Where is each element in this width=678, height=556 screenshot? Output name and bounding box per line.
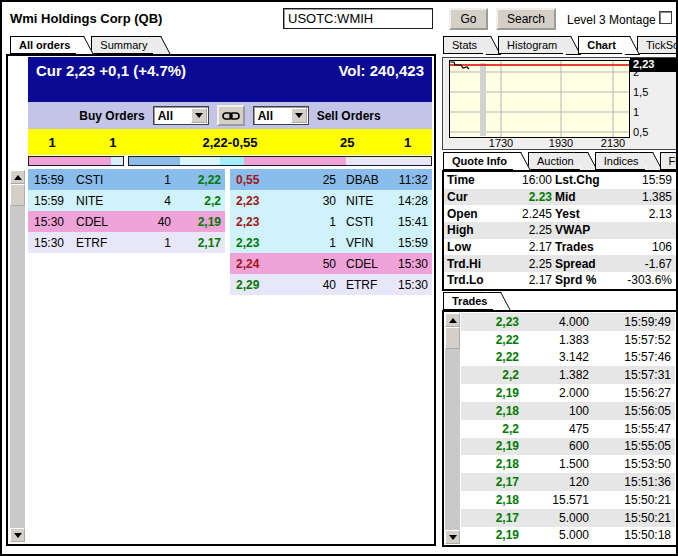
inside-spread: 2,22-0,55 — [149, 135, 311, 150]
scroll-down-icon[interactable] — [445, 530, 460, 544]
volume-bar — [480, 63, 486, 136]
level3-montage-checkbox[interactable] — [659, 11, 672, 24]
y-axis-tick: 0,5 — [633, 126, 673, 138]
tab-quote-info[interactable]: Quote Info — [443, 152, 513, 170]
sell-depth-strip — [128, 156, 432, 166]
quote-row: Trd.Hi2.25 Spread-1.67 — [444, 255, 676, 272]
quote-row: High2.25 VWAP — [444, 222, 676, 239]
tab-tickscope[interactable]: TickScope — [637, 36, 678, 54]
price-chart — [449, 60, 630, 138]
ask-row[interactable]: 2,29 40 ETRF 15:30 — [230, 274, 432, 295]
y-axis-tick: 1 — [633, 106, 673, 118]
montage-panel: Cur 2,23 +0,1 (+4.7%) Vol: 240,423 Buy O… — [6, 54, 436, 546]
ask-row[interactable]: 2,24 50 CDEL 15:30 — [230, 253, 432, 274]
buy-orders-label: Buy Orders — [79, 109, 144, 123]
ticker-input[interactable] — [283, 8, 433, 29]
quote-row: Trd.Lo2.17 Sprd %-303.6% — [444, 272, 676, 289]
security-title: Wmi Holdings Corp (QB) — [10, 11, 162, 26]
tab-stats[interactable]: Stats — [443, 36, 483, 54]
scroll-up-icon[interactable] — [10, 170, 25, 184]
ask-row[interactable]: 0,55 25 DBAB 11:32 — [230, 169, 432, 190]
search-button[interactable]: Search — [496, 8, 556, 30]
tab-chart[interactable]: Chart — [578, 36, 622, 54]
trade-row: 2,1810015:56:05 — [461, 402, 675, 420]
x-axis-tick: 2130 — [601, 137, 625, 149]
quote-info-panel: Time16:00 Lst.Chg15:59 Cur2.23 Mid1.385 … — [442, 170, 678, 291]
sell-total-size: 25 — [311, 135, 384, 150]
trade-row: 2,223.14215:57:46 — [461, 349, 675, 367]
orders-tabbar: All orders Summary — [10, 36, 168, 54]
trades-list: 2,234.00015:59:49 2,221.38315:57:52 2,22… — [461, 313, 675, 544]
y-axis-tick: 1,5 — [633, 86, 673, 98]
scrollbar-thumb[interactable] — [445, 327, 460, 349]
level3-montage-label: Level 3 Montage — [567, 13, 656, 27]
quote-row: Low2.17 Trades106 — [444, 239, 676, 256]
quote-tabbar: Quote Info Auction Indices Flow — [443, 152, 678, 170]
ask-book: 0,55 25 DBAB 11:32 2,23 30 NITE 14:28 2,… — [230, 169, 432, 295]
buy-order-count: 1 — [28, 135, 76, 150]
trade-row: 2,221.38315:57:52 — [461, 331, 675, 349]
tab-trades[interactable]: Trades — [443, 292, 493, 310]
tab-auction[interactable]: Auction — [528, 152, 580, 170]
ask-row[interactable]: 2,23 1 VFIN 15:59 — [230, 232, 432, 253]
dropdown-arrow-icon[interactable] — [291, 108, 307, 123]
quote-row: Open2.245 Yest2.13 — [444, 205, 676, 222]
scroll-up-icon[interactable] — [445, 313, 460, 327]
bid-row[interactable]: 15:30 ETRF 1 2,17 — [28, 232, 225, 253]
tab-histogram[interactable]: Histogram — [498, 36, 563, 54]
buy-orders-filter-select[interactable]: All — [153, 106, 209, 125]
trade-row: 2,181.50015:53:50 — [461, 455, 675, 473]
trade-row: 2,234.00015:59:49 — [461, 313, 675, 331]
order-filter-row: Buy Orders All All Sell Orders — [28, 102, 432, 129]
buy-depth-strip — [28, 156, 124, 166]
chain-link-icon — [222, 110, 240, 122]
montage-header: Cur 2,23 +0,1 (+4.7%) Vol: 240,423 — [28, 57, 432, 102]
quote-row: Time16:00 Lst.Chg15:59 — [444, 172, 676, 189]
y-axis-tick: 2 — [633, 66, 673, 78]
level2-montage-window: Wmi Holdings Corp (QB) Go Search Level 3… — [0, 0, 678, 556]
sell-orders-label: Sell Orders — [317, 109, 381, 123]
trade-row: 2,175.00015:50:21 — [461, 509, 675, 527]
analysis-tabbar: Stats Histogram Chart TickScope — [443, 36, 678, 54]
trades-scrollbar[interactable] — [445, 313, 460, 544]
totals-row: 1 1 2,22-0,55 25 1 — [28, 129, 432, 155]
volume-text: Vol: 240,423 — [338, 62, 424, 97]
quote-row: Cur2.23 Mid1.385 — [444, 189, 676, 206]
sell-orders-filter-select[interactable]: All — [253, 106, 309, 125]
bid-row[interactable]: 15:30 CDEL 40 2,19 — [28, 211, 225, 232]
tab-all-orders[interactable]: All orders — [10, 36, 76, 54]
trade-row: 2,21.38215:57:31 — [461, 366, 675, 384]
buy-total-size: 1 — [76, 135, 149, 150]
ask-row[interactable]: 2,23 30 NITE 14:28 — [230, 190, 432, 211]
trade-row: 2,192.00015:56:27 — [461, 384, 675, 402]
trade-row: 2,1712015:51:36 — [461, 473, 675, 491]
dropdown-arrow-icon[interactable] — [191, 108, 207, 123]
trade-row: 2,1815.57115:50:21 — [461, 491, 675, 509]
trade-row: 2,1960015:55:05 — [461, 438, 675, 456]
trade-row: 2,195.00015:50:18 — [461, 527, 675, 545]
bid-book: 15:59 CSTI 1 2,22 15:59 NITE 4 2,2 15:30… — [28, 169, 225, 295]
depth-strips — [28, 155, 432, 169]
x-axis-tick: 1730 — [489, 137, 513, 149]
tab-summary[interactable]: Summary — [91, 36, 153, 54]
tab-indices[interactable]: Indices — [595, 152, 645, 170]
book-scrollbar[interactable] — [10, 170, 25, 542]
ask-row[interactable]: 2,23 1 CSTI 15:41 — [230, 211, 432, 232]
link-filters-button[interactable] — [217, 105, 245, 126]
scroll-down-icon[interactable] — [10, 528, 25, 542]
trade-row: 2,247515:55:47 — [461, 420, 675, 438]
scrollbar-thumb[interactable] — [10, 184, 25, 206]
bid-row[interactable]: 15:59 CSTI 1 2,22 — [28, 169, 225, 190]
tab-flow[interactable]: Flow — [660, 152, 678, 170]
price-chart-panel: 2,23 2 1,5 1 0,5 1730 1930 2130 — [442, 57, 678, 150]
sell-order-count: 1 — [384, 135, 432, 150]
go-button[interactable]: Go — [449, 8, 488, 30]
trades-panel: 2,234.00015:59:49 2,221.38315:57:52 2,22… — [442, 310, 678, 547]
bid-row[interactable]: 15:59 NITE 4 2,2 — [28, 190, 225, 211]
trades-tabbar: Trades — [443, 292, 508, 310]
current-price-text: Cur 2,23 +0,1 (+4.7%) — [36, 62, 186, 97]
x-axis-tick: 1930 — [549, 137, 573, 149]
